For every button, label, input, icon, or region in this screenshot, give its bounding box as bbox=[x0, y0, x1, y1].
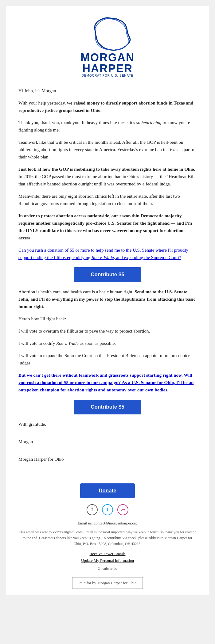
logo-container: MORGAN HARPER DEMOCRAT FOR U.S. SENATE bbox=[77, 15, 138, 77]
logo-harper: HARPER bbox=[77, 63, 138, 74]
paragraph-6: In order to protect abortion access nati… bbox=[18, 212, 197, 242]
footer-email: Email us: contact@morganharper.org bbox=[18, 521, 197, 526]
logo-morgan: MORGAN bbox=[77, 52, 138, 63]
paragraph-8: Here's how I'll fight back: bbox=[18, 315, 197, 322]
email-header: MORGAN HARPER DEMOCRAT FOR U.S. SENATE bbox=[6, 6, 209, 84]
update-info-link[interactable]: Update My Personal Information bbox=[18, 558, 197, 563]
paragraph-4: Just look at how the GOP is mobilizing t… bbox=[18, 166, 197, 188]
ohio-outline-icon bbox=[77, 15, 138, 52]
paragraph-3: Teamwork like that will be critical in t… bbox=[18, 139, 197, 161]
greeting: Hi John, it's Morgan. bbox=[18, 87, 197, 94]
paragraph-2: Thank you, thank you, thank you. In heav… bbox=[18, 119, 197, 134]
closing-2: Morgan bbox=[18, 438, 197, 445]
unsubscribe-link[interactable]: Unsubscribe bbox=[98, 566, 118, 571]
closing-1: With gratitude, bbox=[18, 421, 197, 428]
paid-by-container: Paid for by Morgan Harper for Ohio bbox=[18, 575, 197, 589]
logo-text: MORGAN HARPER DEMOCRAT FOR U.S. SENATE bbox=[77, 52, 138, 77]
fewer-emails-link[interactable]: Receive Fewer Emails bbox=[18, 551, 197, 556]
link-paragraph-2[interactable]: But we can't get there without teamwork … bbox=[18, 372, 197, 394]
list-item-2: I will vote to codify Roe v. Wade as soo… bbox=[18, 340, 197, 347]
logo-subtitle: DEMOCRAT FOR U.S. SENATE bbox=[77, 74, 138, 77]
paragraph-5: Meanwhile, there are only eight abortion… bbox=[18, 192, 197, 207]
email-label: Email us: contact@morganharper.org bbox=[78, 521, 138, 525]
instagram-label: ▱ bbox=[121, 507, 125, 513]
instagram-icon[interactable]: ▱ bbox=[117, 504, 128, 515]
paragraph-7: Abortion is health care, and health care… bbox=[18, 288, 197, 310]
footer-links: Receive Fewer Emails Update My Personal … bbox=[18, 551, 197, 563]
twitter-icon[interactable]: t bbox=[102, 504, 113, 515]
donate-button[interactable]: Donate bbox=[80, 483, 135, 498]
paragraph-1: With your help yesterday, we raised mone… bbox=[18, 99, 197, 114]
link-paragraph-1[interactable]: Can you rush a donation of $5 or more to… bbox=[18, 246, 197, 261]
donate-link-1[interactable]: Can you rush a donation of $5 or more to… bbox=[18, 248, 188, 260]
closing-3: Morgan Harper for Ohio bbox=[18, 455, 197, 463]
donate-button-container[interactable]: Donate bbox=[18, 483, 197, 504]
email-footer: Donate f t ▱ Email us: contact@morganhar… bbox=[6, 474, 209, 595]
contribute-button-2[interactable]: Contribute $5 bbox=[74, 400, 141, 414]
paid-by-box: Paid for by Morgan Harper for Ohio bbox=[72, 577, 143, 589]
list-item-3: I will vote to expand the Supreme Court … bbox=[18, 352, 197, 367]
email-content: Hi John, it's Morgan. With your help yes… bbox=[6, 84, 209, 474]
facebook-icon[interactable]: f bbox=[87, 504, 98, 515]
twitter-label: t bbox=[107, 507, 108, 513]
unsubscribe-text: Unsubscribe bbox=[18, 566, 197, 571]
contribute-button-1[interactable]: Contribute $5 bbox=[74, 267, 141, 282]
paid-by-text: Paid for by Morgan Harper for Ohio bbox=[79, 581, 137, 585]
facebook-label: f bbox=[91, 507, 93, 513]
list-item-1: I will vote to overturn the filibuster t… bbox=[18, 327, 197, 335]
social-icons-container: f t ▱ bbox=[18, 504, 197, 515]
email-container: MORGAN HARPER DEMOCRAT FOR U.S. SENATE H… bbox=[6, 6, 209, 595]
donate-link-2[interactable]: But we can't get there without teamwork … bbox=[18, 373, 194, 392]
footer-legal: This email was sent to xxxxxx@gmail.com.… bbox=[18, 529, 197, 547]
